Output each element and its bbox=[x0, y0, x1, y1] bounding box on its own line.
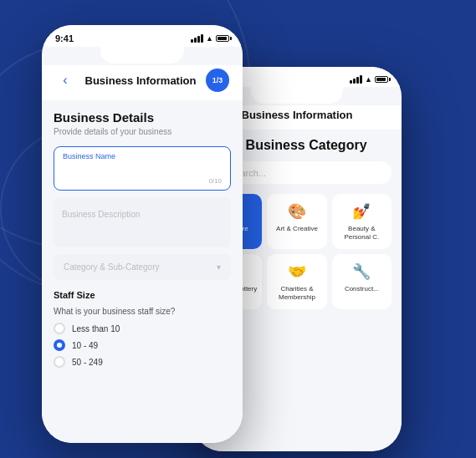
phones-wrapper: ▲ Business Information Select Business C… bbox=[25, 17, 468, 458]
art-creative-icon: 🎨 bbox=[288, 202, 306, 221]
business-details-title: Business Details bbox=[54, 110, 231, 125]
radio-option-less-10[interactable]: Less than 10 bbox=[54, 323, 231, 334]
category-dropdown-label: Category & Sub-Category bbox=[64, 262, 160, 272]
business-description-placeholder: Business Description bbox=[62, 210, 140, 219]
status-time: 9:41 bbox=[55, 33, 74, 43]
front-phone-header: ‹ Business Information 1/3 bbox=[42, 65, 243, 100]
back-notch bbox=[251, 85, 343, 104]
front-battery-icon bbox=[216, 35, 229, 42]
back-chevron-icon: ‹ bbox=[63, 73, 67, 88]
back-battery-fill bbox=[376, 78, 386, 81]
business-name-label: Business Name bbox=[63, 152, 222, 160]
front-signal-bar-1 bbox=[191, 39, 193, 43]
business-name-field[interactable] bbox=[63, 165, 222, 176]
signal-bar-4 bbox=[360, 75, 362, 84]
category-item-art-creative[interactable]: 🎨 Art & Creative bbox=[267, 194, 326, 249]
construct-icon: 🔧 bbox=[352, 262, 371, 281]
front-signal-bars bbox=[191, 34, 203, 43]
beauty-icon: 💅 bbox=[352, 202, 371, 221]
staff-question-text: What is your business staff size? bbox=[54, 307, 231, 316]
business-name-counter: 0/10 bbox=[63, 177, 222, 185]
category-item-beauty[interactable]: 💅 Beauty & Personal C. bbox=[332, 194, 392, 249]
front-signal-bar-3 bbox=[197, 36, 200, 43]
category-dropdown[interactable]: Category & Sub-Category ▾ bbox=[54, 254, 231, 280]
front-status-icons: ▲ bbox=[191, 34, 229, 43]
radio-option-50-249[interactable]: 50 - 249 bbox=[54, 356, 231, 368]
progress-badge: 1/3 bbox=[206, 69, 229, 92]
staff-size-label: Staff Size bbox=[54, 290, 231, 300]
beauty-label: Beauty & Personal C. bbox=[337, 225, 386, 241]
front-battery-fill bbox=[218, 37, 227, 40]
radio-label-10-49: 10 - 49 bbox=[72, 341, 98, 350]
radio-option-10-49[interactable]: 10 - 49 bbox=[54, 339, 231, 351]
charities-icon: 🤝 bbox=[288, 262, 306, 281]
radio-label-less-10: Less than 10 bbox=[72, 324, 120, 333]
art-creative-label: Art & Creative bbox=[276, 225, 318, 233]
business-description-group[interactable]: Business Description bbox=[54, 197, 231, 247]
radio-circle-less-10 bbox=[54, 323, 65, 334]
front-signal-bar-4 bbox=[201, 34, 203, 43]
signal-bar-2 bbox=[353, 79, 356, 84]
radio-circle-50-249 bbox=[54, 356, 65, 368]
phone-front-inner: 9:41 ▲ ‹ bbox=[42, 25, 243, 443]
front-header-title: Business Information bbox=[85, 74, 197, 87]
category-item-construct[interactable]: 🔧 Construct... bbox=[332, 254, 392, 309]
front-phone-content: Business Details Provide details of your… bbox=[42, 100, 243, 443]
back-battery-icon bbox=[375, 76, 388, 83]
business-name-input-group[interactable]: Business Name 0/10 bbox=[54, 146, 231, 191]
back-signal-bars bbox=[350, 75, 362, 84]
back-wifi-icon: ▲ bbox=[365, 75, 372, 84]
category-item-charities[interactable]: 🤝 Charities & Membership bbox=[267, 254, 326, 309]
back-header-title: Business Information bbox=[242, 109, 353, 121]
dropdown-arrow-icon: ▾ bbox=[217, 262, 221, 272]
front-status-bar: 9:41 ▲ bbox=[42, 25, 243, 47]
business-details-subtitle: Provide details of your business bbox=[54, 127, 231, 136]
front-wifi-icon: ▲ bbox=[206, 34, 213, 43]
construct-label: Construct... bbox=[345, 285, 379, 293]
back-button[interactable]: ‹ bbox=[55, 70, 75, 90]
back-status-icons: ▲ bbox=[350, 75, 388, 84]
signal-bar-1 bbox=[350, 80, 352, 84]
charities-label: Charities & Membership bbox=[272, 285, 321, 301]
front-signal-bar-2 bbox=[194, 38, 197, 43]
front-notch bbox=[100, 45, 184, 64]
phone-front: 9:41 ▲ ‹ bbox=[42, 25, 243, 443]
radio-circle-10-49 bbox=[54, 339, 65, 351]
signal-bar-3 bbox=[356, 77, 359, 84]
radio-label-50-249: 50 - 249 bbox=[72, 358, 103, 367]
